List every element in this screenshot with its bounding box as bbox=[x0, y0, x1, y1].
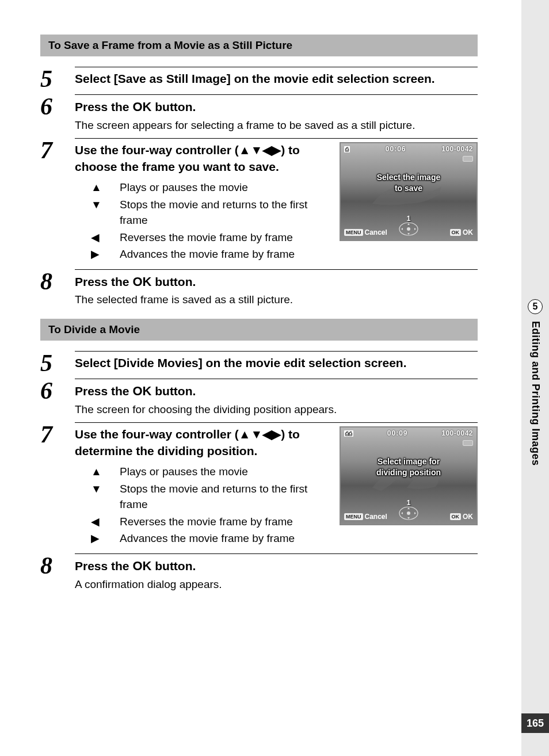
page-number: 165 bbox=[521, 713, 549, 733]
arrow-left-icon: ◀ bbox=[91, 514, 120, 530]
mode-icon: ⎙ bbox=[344, 146, 350, 152]
ctrl-text: Stops the movie and returns to the first… bbox=[120, 197, 329, 228]
page-content: To Save a Frame from a Movie as a Still … bbox=[0, 0, 512, 620]
lcd-timer: 00:06 bbox=[386, 145, 406, 153]
ok-label: OK bbox=[132, 274, 151, 289]
step-title: Use the four-way controller (▲▼◀▶) to de… bbox=[75, 426, 329, 459]
cancel-label: Cancel bbox=[365, 228, 387, 236]
step-7a: 7 Use the four-way controller (▲▼◀▶) to … bbox=[40, 138, 478, 263]
ok-label: OK bbox=[463, 228, 473, 236]
step-number: 7 bbox=[40, 422, 75, 547]
lcd-msg-line1: Select image for bbox=[341, 456, 476, 467]
lcd-cancel: MENU Cancel bbox=[344, 513, 387, 521]
title-post: button. bbox=[151, 559, 196, 572]
step-desc: The screen for choosing the dividing pos… bbox=[75, 402, 478, 417]
step-number: 8 bbox=[40, 269, 75, 307]
section-header-divide: To Divide a Movie bbox=[40, 319, 478, 341]
lcd-cancel: MENU Cancel bbox=[344, 228, 387, 236]
menu-tag: MENU bbox=[344, 229, 363, 236]
lcd-timer: 00:09 bbox=[387, 429, 408, 437]
step-desc: The selected frame is saved as a still p… bbox=[75, 292, 478, 307]
step-8a: 8 Press the OK button. The selected fram… bbox=[40, 269, 478, 307]
ok-tag: OK bbox=[450, 229, 462, 236]
lcd-file-number: 100-0042 bbox=[441, 429, 473, 437]
lcd-file-number: 100-0042 bbox=[441, 145, 473, 153]
arrow-up-icon: ▲ bbox=[91, 464, 120, 480]
chapter-number: 5 bbox=[528, 299, 543, 314]
lcd-preview-save: ⎙ 00:06 100-0042 Select the image to sav… bbox=[340, 142, 478, 241]
step-title: Select [Divide Movies] on the movie edit… bbox=[75, 355, 478, 371]
title-pre: Press the bbox=[75, 559, 132, 572]
svg-point-3 bbox=[407, 511, 410, 515]
lcd-preview-divide: ⎙⎙ 00:09 100-0042 Select image for divid… bbox=[340, 426, 478, 525]
step-8b: 8 Press the OK button. A confirmation di… bbox=[40, 553, 478, 591]
arrow-down-icon: ▼ bbox=[91, 197, 120, 228]
step-desc: A confirmation dialog appears. bbox=[75, 577, 478, 592]
step-5b: 5 Select [Divide Movies] on the movie ed… bbox=[40, 351, 478, 373]
title-post: button. bbox=[151, 275, 196, 288]
step-number: 6 bbox=[40, 94, 75, 132]
step-number: 5 bbox=[40, 351, 75, 373]
arrow-right-icon: ▶ bbox=[91, 530, 120, 547]
ctrl-text: Advances the movie frame by frame bbox=[120, 530, 295, 547]
controller-list: ▲Plays or pauses the movie ▼Stops the mo… bbox=[75, 180, 329, 262]
lcd-message: Select image for dividing position bbox=[341, 456, 476, 477]
side-tab: 5 Editing and Printing Images bbox=[521, 299, 549, 466]
menu-tag: MENU bbox=[344, 513, 363, 520]
step-5a: 5 Select [Save as Still Image] on the mo… bbox=[40, 67, 478, 89]
step-title: Select [Save as Still Image] on the movi… bbox=[75, 71, 478, 87]
step-number: 6 bbox=[40, 379, 75, 417]
title-post: button. bbox=[151, 100, 196, 113]
controller-list: ▲Plays or pauses the movie ▼Stops the mo… bbox=[75, 464, 329, 547]
battery-icon bbox=[463, 156, 473, 162]
ok-label: OK bbox=[132, 384, 151, 398]
four-way-pad-icon bbox=[398, 222, 419, 236]
lcd-msg-line2: dividing position bbox=[341, 467, 476, 478]
step-number: 8 bbox=[40, 553, 75, 591]
ctrl-text: Stops the movie and returns to the first… bbox=[120, 481, 329, 513]
cancel-label: Cancel bbox=[365, 513, 387, 521]
arrow-up-icon: ▲ bbox=[91, 180, 120, 196]
arrow-right-icon: ▶ bbox=[91, 246, 120, 262]
svg-point-1 bbox=[407, 227, 410, 231]
step-6b: 6 Press the OK button. The screen for ch… bbox=[40, 379, 478, 417]
lcd-msg-line1: Select the image bbox=[341, 172, 476, 182]
step-title: Press the OK button. bbox=[75, 558, 478, 575]
step-title: Press the OK button. bbox=[75, 383, 478, 400]
ctrl-text: Plays or pauses the movie bbox=[120, 464, 248, 480]
step-title: Use the four-way controller (▲▼◀▶) to ch… bbox=[75, 142, 329, 175]
arrow-left-icon: ◀ bbox=[91, 230, 120, 246]
title-pre: Press the bbox=[75, 275, 132, 288]
mode-icon: ⎙⎙ bbox=[344, 430, 353, 437]
step-number: 7 bbox=[40, 138, 75, 263]
section-header-save-frame: To Save a Frame from a Movie as a Still … bbox=[40, 35, 478, 56]
step-7b: 7 Use the four-way controller (▲▼◀▶) to … bbox=[40, 422, 478, 547]
ok-tag: OK bbox=[450, 513, 462, 520]
step-title: Press the OK button. bbox=[75, 98, 478, 116]
step-number: 5 bbox=[40, 67, 75, 89]
title-pre: Press the bbox=[75, 384, 132, 398]
lcd-msg-line2: to save bbox=[341, 183, 476, 193]
ctrl-text: Plays or pauses the movie bbox=[120, 180, 248, 196]
ok-label: OK bbox=[463, 513, 473, 521]
arrow-down-icon: ▼ bbox=[91, 481, 120, 513]
four-way-pad-icon bbox=[398, 506, 419, 521]
chapter-title: Editing and Printing Images bbox=[529, 321, 542, 466]
step-6a: 6 Press the OK button. The screen appear… bbox=[40, 94, 478, 132]
ok-label: OK bbox=[132, 559, 151, 573]
step-title: Press the OK button. bbox=[75, 273, 478, 291]
ctrl-text: Reverses the movie frame by frame bbox=[120, 514, 293, 530]
ctrl-text: Reverses the movie frame by frame bbox=[120, 230, 293, 246]
lcd-message: Select the image to save bbox=[341, 172, 476, 193]
title-post: button. bbox=[151, 384, 196, 398]
battery-icon bbox=[463, 440, 473, 446]
title-pre: Press the bbox=[75, 100, 132, 113]
ctrl-text: Advances the movie frame by frame bbox=[120, 246, 295, 262]
lcd-ok: OK OK bbox=[450, 513, 474, 521]
ok-label: OK bbox=[132, 100, 151, 114]
step-desc: The screen appears for selecting a frame… bbox=[75, 118, 478, 133]
lcd-ok: OK OK bbox=[450, 228, 474, 236]
